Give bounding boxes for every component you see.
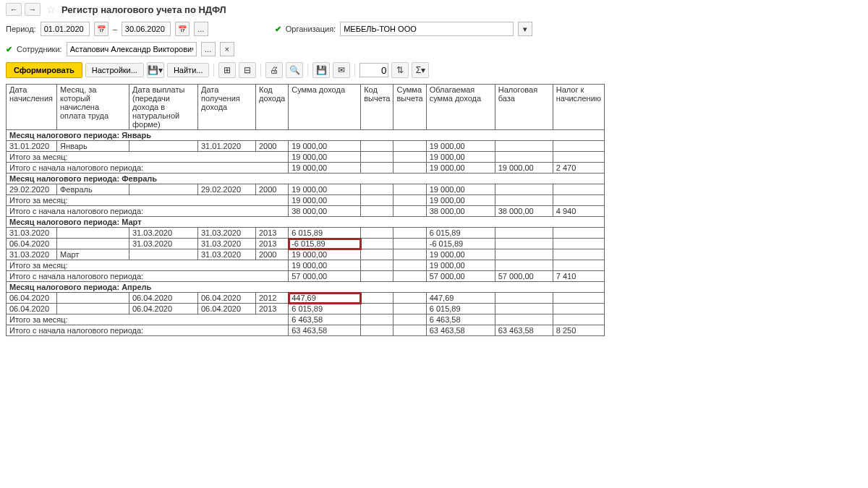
cell[interactable] [361, 152, 393, 163]
cell[interactable] [393, 260, 426, 271]
cell[interactable]: 8 250 [553, 325, 604, 336]
cell[interactable]: 6 015,89 [426, 228, 495, 239]
cell[interactable] [57, 293, 129, 304]
cell[interactable] [495, 152, 553, 163]
cell[interactable]: 2013 [256, 239, 289, 249]
cell[interactable] [553, 314, 604, 325]
cell[interactable]: 19 000,00 [426, 152, 495, 163]
org-select[interactable] [340, 22, 514, 36]
cell[interactable]: 06.04.2020 [7, 293, 57, 304]
cell[interactable] [393, 206, 426, 217]
employee-clear-button[interactable]: × [220, 42, 234, 56]
print-icon[interactable]: 🖨 [265, 62, 283, 78]
employee-select[interactable] [67, 42, 197, 56]
cell[interactable]: 06.04.2020 [198, 293, 256, 304]
cell[interactable]: 19 000,00 [289, 249, 361, 260]
cell[interactable]: 38 000,00 [289, 206, 361, 217]
cell[interactable]: 31.03.2020 [198, 228, 256, 239]
cell[interactable] [393, 195, 426, 206]
cell[interactable] [393, 325, 426, 336]
cell[interactable]: 57 000,00 [289, 271, 361, 282]
cell[interactable]: 06.04.2020 [7, 239, 57, 249]
cell[interactable]: 29.02.2020 [198, 184, 256, 195]
cell[interactable]: 2013 [256, 304, 289, 314]
cell[interactable] [393, 152, 426, 163]
cell[interactable] [553, 141, 604, 152]
cell[interactable]: 2000 [256, 249, 289, 260]
cell[interactable]: 19 000,00 [289, 152, 361, 163]
cell[interactable]: 38 000,00 [495, 206, 553, 217]
cell[interactable] [495, 260, 553, 271]
sum-icon[interactable]: Σ▾ [412, 62, 429, 78]
cell[interactable] [57, 304, 129, 314]
generate-button[interactable]: Сформировать [6, 62, 82, 78]
cell[interactable]: 19 000,00 [289, 141, 361, 152]
cell[interactable]: 29.02.2020 [7, 184, 57, 195]
cell[interactable]: 31.03.2020 [129, 239, 198, 249]
cell[interactable]: 2000 [256, 184, 289, 195]
cell[interactable]: 6 015,89 [289, 304, 361, 314]
cell[interactable]: 19 000,00 [289, 195, 361, 206]
cell[interactable] [361, 163, 393, 174]
cell[interactable]: 447,69 [426, 293, 495, 304]
cell[interactable]: Февраль [57, 184, 129, 195]
cell[interactable] [393, 271, 426, 282]
cell[interactable]: 2013 [256, 228, 289, 239]
cell[interactable] [553, 152, 604, 163]
expand-all-icon[interactable]: ⊞ [218, 62, 236, 78]
cell[interactable] [393, 314, 426, 325]
cell[interactable] [495, 184, 553, 195]
cell[interactable]: 31.03.2020 [129, 228, 198, 239]
spinner-icon[interactable]: ⇅ [391, 62, 409, 78]
cell[interactable]: 06.04.2020 [129, 304, 198, 314]
cell[interactable]: 06.04.2020 [7, 304, 57, 314]
cell[interactable]: 63 463,58 [495, 325, 553, 336]
cell[interactable]: 63 463,58 [426, 325, 495, 336]
cell[interactable] [129, 184, 198, 195]
cell[interactable] [361, 184, 393, 195]
org-check-icon[interactable]: ✔ [275, 25, 281, 34]
cell[interactable]: 38 000,00 [426, 206, 495, 217]
cell[interactable]: Январь [57, 141, 129, 152]
cell[interactable]: 2012 [256, 293, 289, 304]
cell[interactable] [553, 184, 604, 195]
cell[interactable]: -6 015,89 [426, 239, 495, 249]
cell[interactable]: 19 000,00 [426, 163, 495, 174]
cell[interactable] [553, 304, 604, 314]
cell[interactable]: Март [57, 249, 129, 260]
cell[interactable]: 19 000,00 [289, 184, 361, 195]
cell[interactable] [553, 293, 604, 304]
period-to-input[interactable] [122, 22, 171, 36]
cell[interactable] [393, 141, 426, 152]
cell[interactable]: 7 410 [553, 271, 604, 282]
cell[interactable]: 19 000,00 [495, 163, 553, 174]
cell[interactable] [361, 271, 393, 282]
calendar-from-icon[interactable]: 📅 [94, 22, 109, 36]
cell[interactable] [361, 228, 393, 239]
cell[interactable]: 57 000,00 [495, 271, 553, 282]
cell[interactable] [393, 293, 426, 304]
cell[interactable] [553, 195, 604, 206]
cell[interactable] [361, 141, 393, 152]
cell[interactable]: 2 470 [553, 163, 604, 174]
cell[interactable]: 4 940 [553, 206, 604, 217]
cell[interactable]: 2000 [256, 141, 289, 152]
cell[interactable] [495, 228, 553, 239]
period-ellipsis-button[interactable]: ... [194, 22, 208, 36]
cell[interactable]: 31.03.2020 [7, 228, 57, 239]
cell[interactable] [495, 141, 553, 152]
cell[interactable]: 57 000,00 [426, 271, 495, 282]
cell[interactable]: 19 000,00 [426, 195, 495, 206]
email-icon[interactable]: ✉ [333, 62, 350, 78]
cell[interactable] [361, 239, 393, 249]
cell[interactable] [495, 304, 553, 314]
cell[interactable]: 31.01.2020 [7, 141, 57, 152]
cell[interactable]: 6 015,89 [289, 228, 361, 239]
cell[interactable]: 6 463,58 [426, 314, 495, 325]
cell[interactable] [129, 249, 198, 260]
cell[interactable] [495, 249, 553, 260]
cell[interactable]: 19 000,00 [289, 260, 361, 271]
cell[interactable] [57, 239, 129, 249]
cell[interactable] [57, 228, 129, 239]
cell[interactable] [495, 314, 553, 325]
